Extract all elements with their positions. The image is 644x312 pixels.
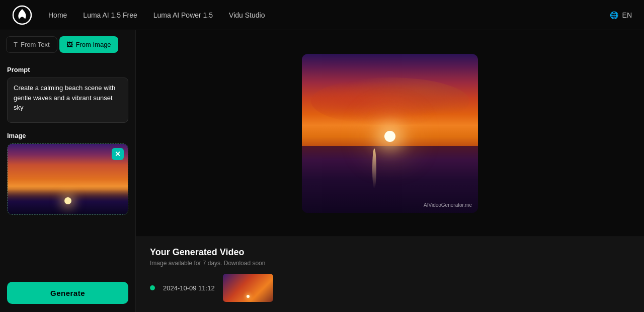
generated-title: Your Generated Video (150, 247, 630, 258)
video-item[interactable]: 2024-10-09 11:12 (150, 274, 630, 302)
globe-icon: 🌐 (610, 11, 618, 19)
video-timestamp: 2024-10-09 11:12 (163, 284, 215, 292)
remove-image-button[interactable]: ✕ (112, 148, 124, 160)
sidebar-content: Prompt Create a calming beach scene with… (0, 57, 135, 272)
logo[interactable] (12, 5, 32, 25)
tab-from-text-label: From Text (21, 41, 50, 48)
image-label: Image (7, 132, 128, 139)
nav-luma-free[interactable]: Luma AI 1.5 Free (83, 11, 137, 19)
lang-label: EN (622, 11, 632, 19)
image-upload-container[interactable]: ✕ (7, 143, 128, 215)
image-icon: 🖼 (66, 41, 73, 48)
main-layout: T From Text 🖼 From Image Prompt Create a… (0, 30, 644, 312)
bottom-panel: Your Generated Video Image available for… (136, 237, 644, 312)
sidebar: T From Text 🖼 From Image Prompt Create a… (0, 30, 136, 312)
tab-switcher: T From Text 🖼 From Image (0, 30, 135, 57)
main-sunset-bg: AIVideoGenerator.me (302, 54, 478, 213)
image-thumbnail (8, 144, 128, 214)
language-selector[interactable]: 🌐 EN (610, 11, 632, 19)
nav-luma-power[interactable]: Luma AI Power 1.5 (153, 11, 213, 19)
prompt-input[interactable]: Create a calming beach scene with gentle… (7, 77, 128, 123)
header: Home Luma AI 1.5 Free Luma AI Power 1.5 … (0, 0, 644, 30)
text-icon: T (14, 41, 18, 48)
video-thumbnail[interactable] (223, 274, 273, 302)
right-panel: AIVideoGenerator.me Your Generated Video… (136, 30, 644, 312)
prompt-label: Prompt (7, 66, 128, 73)
tab-from-text[interactable]: T From Text (6, 36, 57, 53)
sun-element (384, 131, 395, 142)
nav-vidu[interactable]: Vidu Studio (229, 11, 265, 19)
main-preview-image: AIVideoGenerator.me (302, 54, 478, 213)
tab-from-image[interactable]: 🖼 From Image (59, 36, 118, 53)
nav-links: Home Luma AI 1.5 Free Luma AI Power 1.5 … (48, 11, 610, 19)
generated-subtitle: Image available for 7 days. Download soo… (150, 260, 630, 267)
preview-area: AIVideoGenerator.me (136, 30, 644, 237)
tab-from-image-label: From Image (76, 41, 111, 48)
nav-home[interactable]: Home (48, 11, 67, 19)
generate-button[interactable]: Generate (7, 282, 128, 304)
watermark-text: AIVideoGenerator.me (424, 202, 472, 208)
status-dot (150, 285, 155, 290)
